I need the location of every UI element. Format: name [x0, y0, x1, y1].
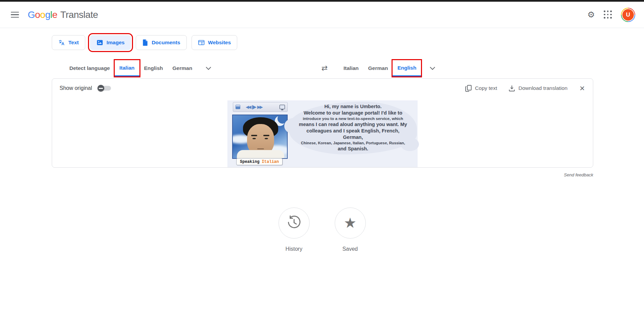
history-icon — [287, 215, 302, 231]
display-icon — [280, 105, 285, 109]
website-icon — [198, 40, 205, 46]
close-icon[interactable]: × — [579, 84, 585, 93]
translate-mode-tabs: Text Images Documents Websites — [52, 35, 644, 50]
target-lang-german[interactable]: German — [363, 60, 393, 76]
speech-bubble: Hi, my name is Umberto. Welcome to our l… — [289, 102, 417, 154]
avatar-shirt-art — [237, 150, 284, 159]
download-translation-button[interactable]: Download translation — [509, 85, 568, 92]
tab-documents-label: Documents — [152, 40, 180, 46]
fast-forward-icon: ▶▶ — [257, 104, 262, 109]
history-button[interactable]: History — [279, 207, 310, 252]
settings-gear-icon[interactable]: ⚙ — [587, 10, 595, 19]
tab-documents[interactable]: Documents — [136, 35, 186, 50]
app-header: Google Translate ⚙ U — [0, 2, 644, 28]
result-toolbar: Show original Copy text — [52, 79, 593, 98]
account-avatar[interactable]: U — [621, 8, 635, 22]
tab-websites-label: Websites — [208, 40, 231, 46]
tab-text-label: Text — [68, 40, 79, 46]
speaking-language-badge: Speaking Italian — [236, 158, 283, 165]
saved-button[interactable]: ★ Saved — [335, 207, 366, 252]
image-player-bar: ◀◀▶▶▶ — [233, 102, 288, 112]
google-apps-grid-icon[interactable] — [604, 10, 612, 19]
toggle-knob-minus-icon — [97, 85, 104, 92]
avatar-letter: U — [622, 8, 635, 21]
logo-letter: e — [52, 9, 57, 20]
bubble-line: Welcome to our language portal! I'd like… — [304, 110, 402, 116]
main-menu-button[interactable] — [7, 7, 22, 22]
show-original-toggle[interactable] — [97, 85, 111, 91]
swap-languages-icon[interactable]: ⇄ — [316, 60, 333, 76]
target-lang-english[interactable]: English — [393, 60, 421, 76]
speaking-word: Speaking — [240, 160, 260, 164]
source-lang-german[interactable]: German — [168, 60, 197, 76]
download-icon — [509, 85, 515, 92]
language-bar: Detect language Italian English German ⇄… — [52, 60, 593, 76]
saved-label: Saved — [342, 246, 358, 252]
tab-images[interactable]: Images — [90, 35, 131, 50]
rewind-icon: ◀◀ — [246, 104, 250, 109]
target-lang-chevron-down-icon[interactable] — [424, 60, 441, 76]
logo-letter: o — [40, 9, 45, 20]
logo-letter: g — [45, 9, 50, 20]
target-lang-italian[interactable]: Italian — [339, 60, 363, 76]
star-icon: ★ — [344, 216, 357, 230]
bubble-line: introduce you to a new text-to-speech se… — [303, 116, 403, 121]
show-original-label: Show original — [60, 85, 92, 91]
history-label: History — [286, 246, 303, 252]
source-lang-english[interactable]: English — [139, 60, 168, 76]
download-translation-label: Download translation — [518, 85, 568, 91]
copy-icon — [465, 85, 472, 92]
source-language-group: Detect language Italian English German — [65, 60, 217, 76]
player-menu-icon — [236, 105, 240, 109]
target-language-group: Italian German English — [339, 60, 441, 76]
document-icon — [142, 39, 148, 46]
image-icon — [96, 39, 103, 46]
send-feedback-link[interactable]: Send feedback — [564, 172, 593, 177]
bubble-line: means I can read aloud anything you want… — [299, 121, 407, 128]
tab-websites[interactable]: Websites — [192, 35, 238, 50]
google-translate-logo: Google Translate — [28, 9, 98, 20]
logo-letter: o — [35, 9, 40, 20]
play-icon: ▶ — [252, 103, 257, 111]
logo-product-name: Translate — [60, 9, 98, 20]
bubble-line: colleagues and I speak English, French, … — [298, 128, 408, 141]
translate-text-icon — [58, 39, 65, 46]
speaker-avatar-image — [232, 115, 288, 159]
logo-letter: G — [28, 9, 35, 20]
image-translation-card: Show original Copy text — [52, 78, 593, 168]
copy-text-button[interactable]: Copy text — [465, 85, 497, 92]
bubble-line: and Spanish. — [338, 146, 368, 152]
tab-images-label: Images — [107, 40, 125, 46]
speaking-language: Italian — [262, 160, 279, 164]
source-lang-italian[interactable]: Italian — [115, 60, 139, 76]
shortcuts-row: History ★ Saved — [0, 207, 644, 252]
translated-image: ◀◀▶▶▶ Speaking Italian Hi, my name is Um… — [227, 100, 418, 167]
source-lang-detect[interactable]: Detect language — [65, 60, 115, 76]
tab-text[interactable]: Text — [52, 35, 85, 50]
copy-text-label: Copy text — [475, 85, 497, 91]
bubble-line: Hi, my name is Umberto. — [324, 103, 381, 110]
bubble-line: Chinese, Korean, Japanese, Italian, Port… — [301, 141, 405, 146]
source-lang-chevron-down-icon[interactable] — [200, 60, 217, 76]
